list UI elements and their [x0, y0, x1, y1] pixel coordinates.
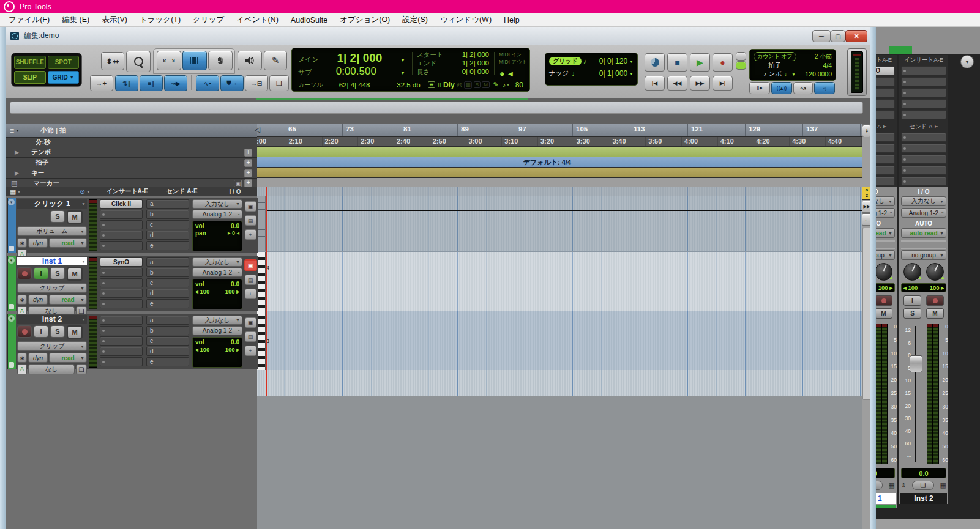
track-view-selector[interactable]: クリップ▼ [17, 283, 87, 293]
key-ruler-track[interactable] [257, 168, 862, 178]
insert-slot[interactable] [100, 316, 143, 325]
pan-knob-right[interactable] [926, 263, 944, 281]
mix-window-target-button[interactable]: ▼ [960, 55, 974, 68]
close-button[interactable]: ✕ [845, 30, 867, 42]
track-color-strip[interactable]: ▾ [8, 314, 16, 369]
comments-button[interactable]: ▤ [245, 331, 256, 342]
mix-send-slot[interactable] [876, 177, 895, 186]
mix-record-button[interactable] [876, 295, 892, 306]
note-dropdown[interactable]: ▾ [507, 83, 509, 87]
send-slot[interactable]: d [146, 289, 189, 298]
edit-canvas[interactable]: 4 3 [257, 187, 862, 396]
mix-insert-slot[interactable]: SynO [876, 66, 895, 75]
marker-ruler-track[interactable] [257, 178, 862, 187]
tempo-add-button[interactable]: + [244, 149, 252, 157]
menu-item[interactable]: 編集 (E) [56, 15, 95, 25]
mode-spot-button[interactable]: SPOT [48, 56, 80, 69]
tempo-label[interactable]: テンポ [762, 70, 782, 78]
insert-slot[interactable] [100, 278, 143, 287]
automation-snowflake-button[interactable]: ∗ [17, 353, 27, 363]
mix-send-slot[interactable] [901, 133, 946, 142]
send-slot[interactable]: a [146, 257, 189, 267]
send-slot[interactable]: d [146, 347, 189, 356]
mix-mute-button[interactable]: M [926, 308, 944, 319]
meter-value[interactable]: 4/4 [823, 62, 832, 69]
io-column-header[interactable]: I / O [230, 188, 241, 195]
mix-output-selector[interactable]: Analog 1-2⌁ [876, 208, 895, 218]
solo-button[interactable]: S [50, 325, 65, 338]
marker-mini-button[interactable]: ▣ [234, 180, 242, 187]
scrub-tool-button[interactable] [238, 51, 262, 70]
mix-group-selector[interactable]: no group▼ [876, 250, 895, 260]
mix-send-slot[interactable] [876, 166, 895, 175]
insert-slot[interactable]: Click II [100, 199, 143, 209]
pencil-tool-button[interactable]: ✎ [264, 51, 287, 70]
sub-counter-value[interactable]: 0:00.500 [336, 65, 376, 78]
menu-item[interactable]: ウィンドウ(W) [434, 15, 498, 25]
meter-add-button[interactable]: + [244, 159, 252, 167]
sub-counter-dropdown[interactable]: ▼ [400, 70, 405, 76]
vertical-zoom-button[interactable]: ⌐ [862, 213, 870, 226]
length-value[interactable]: 0| 0| 000 [462, 68, 489, 76]
inserts-column-header[interactable]: インサートA-E [107, 187, 148, 196]
ruler-view-selector-icon[interactable]: ≡ [10, 127, 14, 135]
menu-item[interactable]: AudioSuite [285, 16, 334, 24]
fast-forward-button[interactable]: ▶▶ [690, 76, 710, 91]
solo-button[interactable]: S [50, 210, 65, 223]
start-value[interactable]: 1| 2| 000 [462, 51, 489, 59]
insert-slot[interactable] [100, 347, 143, 356]
insert-slot[interactable]: SynO [100, 257, 143, 267]
track-name[interactable]: Inst 1 ▼ [17, 257, 87, 265]
track-name-dropdown[interactable]: ▼ [81, 317, 86, 322]
track-color-strip[interactable]: ▾ [8, 198, 16, 253]
mute-button[interactable]: M [67, 267, 83, 281]
menu-item[interactable]: ファイル(F) [2, 15, 56, 25]
send-slot[interactable]: c [146, 220, 189, 229]
keyboard-icon[interactable]: ▦ [940, 481, 946, 489]
nudge-value[interactable]: 0| 1| 000 [599, 69, 627, 78]
output-selector[interactable]: Analog 1-2⌁ [192, 326, 242, 335]
fader-track[interactable] [915, 326, 916, 462]
vertical-scrollbar[interactable] [862, 228, 870, 400]
output-selector[interactable]: Analog 1-2⌁ [192, 268, 242, 277]
menu-item[interactable]: オプション(O) [334, 15, 396, 25]
sends-column-header[interactable]: センド A-E [166, 187, 198, 196]
go-to-end-button[interactable]: ▶| [713, 76, 733, 91]
add-row-button[interactable]: + [245, 229, 256, 240]
ruler-view-dropdown[interactable]: ▼ [15, 128, 20, 133]
insertion-follows-playback-button[interactable]: ⇥▶ [164, 75, 187, 91]
automation-snowflake-button[interactable]: ∗ [17, 238, 27, 248]
ruler-scroll-up-button[interactable]: ⇞ [862, 125, 870, 138]
minsec-ruler-label[interactable]: 分:秒 [36, 138, 51, 147]
meter-label[interactable]: 拍子 [768, 61, 781, 70]
track-view-selector[interactable]: クリップ▼ [17, 341, 87, 351]
nudge-note-icon[interactable]: ♩ [572, 70, 578, 77]
fader-nudge-icon[interactable]: ⇕ [901, 482, 906, 489]
nudge-label[interactable]: ナッジ [549, 69, 569, 78]
transport-mini-bottom-button[interactable] [736, 61, 746, 70]
mix-input-selector[interactable]: 入力なし▼ [876, 196, 895, 206]
mix-group-selector[interactable]: no group▼ [901, 250, 946, 260]
transport-mini-top-button[interactable] [736, 52, 746, 61]
send-slot[interactable]: e [146, 357, 189, 366]
track-view-selector[interactable]: ボリューム▼ [17, 226, 87, 236]
menu-item[interactable]: イベント(N) [230, 15, 285, 25]
add-row-button[interactable]: + [245, 289, 256, 299]
volume-pan-display[interactable]: vol0.0 ◂ 100100 ▸ [192, 279, 242, 309]
insert-slot[interactable] [100, 231, 143, 240]
input-monitor-button[interactable]: I [34, 325, 48, 338]
keyboard-icon[interactable]: ▦ [889, 481, 895, 489]
send-slot[interactable]: b [146, 268, 189, 277]
fader-thumb[interactable] [910, 355, 922, 372]
insert-slot[interactable] [100, 357, 143, 366]
mix-send-slot[interactable] [876, 155, 895, 164]
mix-input-monitor-button[interactable]: I [903, 295, 921, 306]
grabber-tool-button[interactable] [208, 51, 233, 70]
mix-insert-slot[interactable] [901, 88, 946, 97]
object-view-button[interactable]: ▣ [244, 259, 257, 271]
tempo-ramp-button[interactable]: ↝ [793, 82, 813, 94]
mix-insert-slot[interactable] [876, 77, 895, 86]
selector-tool-button[interactable] [182, 51, 207, 70]
mix-insert-slot[interactable] [901, 66, 946, 75]
tempo-note-icon[interactable]: ♩ [784, 71, 790, 78]
